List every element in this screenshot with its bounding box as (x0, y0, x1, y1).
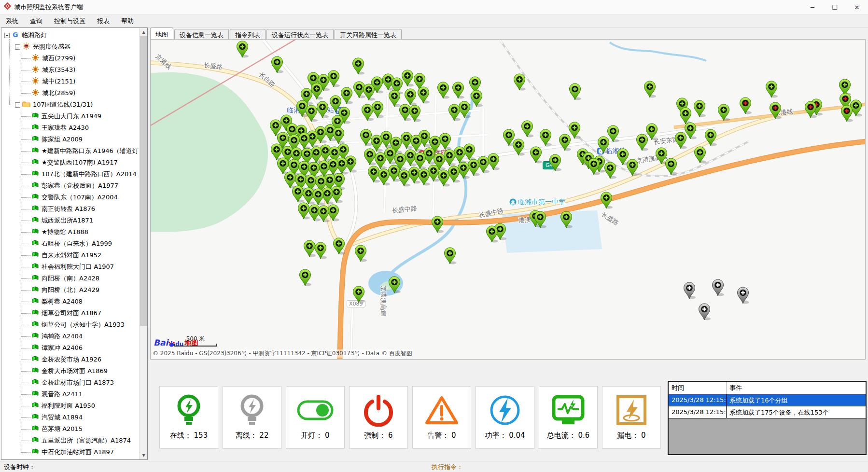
tree-item-device[interactable]: 五尖山大门东 A1949 (1, 111, 147, 122)
expand-collapse-icon[interactable] (15, 102, 20, 108)
tree-item-device[interactable]: 107北（建新中路路口西）A2014 (1, 168, 147, 180)
tree-item-group[interactable]: 107国道沿线(31/31) (1, 99, 147, 111)
tree-item-device[interactable]: 彭家巷（党校后面）A1977 (1, 180, 147, 192)
tree-item-device[interactable]: ★博物馆 A1888 (1, 226, 147, 238)
scroll-down-icon[interactable]: ▼ (140, 451, 148, 459)
tree-item-device[interactable]: 鸿鹤路 A2404 (1, 331, 147, 342)
tree-item-group[interactable]: 光照度传感器 (1, 41, 147, 53)
map-pin-online[interactable] (352, 57, 364, 75)
map-pin-online[interactable] (604, 162, 616, 179)
tree-item-device[interactable]: 王家珑巷 A2430 (1, 122, 147, 134)
map-pin-online[interactable] (314, 242, 327, 259)
map-tab-1[interactable]: 设备信息一览表 (174, 29, 229, 40)
map-pin-online[interactable] (665, 158, 677, 175)
map-pin-online[interactable] (448, 104, 461, 121)
tree-item-device[interactable]: 五里派出所（富源汽配）A1874 (1, 435, 147, 446)
tree-item-device[interactable]: 陈家组 A2009 (1, 134, 147, 145)
tree-item-device[interactable]: ★交警队西(107南) A1917 (1, 157, 147, 168)
map-pin-online[interactable] (704, 129, 717, 146)
scroll-thumb[interactable] (140, 36, 147, 326)
map-pin-online[interactable] (559, 134, 571, 151)
tree-item-device[interactable]: 谭家冲 A2406 (1, 342, 147, 354)
map-pin-online[interactable] (352, 286, 365, 303)
tree-item-device[interactable]: 石咀桥（自来水）A1999 (1, 238, 147, 250)
map-pin-offline[interactable] (712, 279, 724, 296)
map-pin-online[interactable] (513, 73, 526, 91)
map-pin-forced[interactable] (804, 101, 817, 118)
map-pin-online[interactable] (361, 104, 374, 121)
scroll-up-icon[interactable]: ▲ (140, 28, 148, 36)
map-pin-online[interactable] (626, 159, 639, 176)
map-pin-online[interactable] (398, 169, 410, 187)
map-tab-2[interactable]: 指令列表 (230, 29, 266, 40)
map-pin-online[interactable] (470, 90, 483, 107)
tree-item-device[interactable]: 梨树巷 A2408 (1, 296, 147, 307)
menu-item-4[interactable]: 帮助 (115, 15, 140, 28)
map-pin-offline[interactable] (683, 282, 696, 299)
map-pin-online[interactable] (486, 225, 498, 243)
map-pin-online[interactable] (521, 120, 533, 138)
map-pin-online[interactable] (600, 192, 613, 209)
close-button[interactable]: ✕ (846, 0, 868, 14)
tree-item-device[interactable]: 城东(3543) (1, 64, 147, 76)
tree-item-device[interactable]: 城西(2799) (1, 53, 147, 64)
map-pin-online[interactable] (363, 83, 375, 101)
map-pin-online[interactable] (312, 188, 324, 206)
map-canvas[interactable]: 京港线长盛路长白路临湘长途汽车站市政府长安东路Q临湘站京港线京港澳高速港澳高速长… (150, 39, 866, 360)
map-pin-online[interactable] (569, 83, 581, 100)
map-pin-online[interactable] (316, 101, 329, 118)
map-pin-online[interactable] (340, 87, 353, 104)
map-pin-online[interactable] (512, 139, 525, 156)
maximize-button[interactable]: ☐ (824, 0, 846, 14)
map-pin-online[interactable] (530, 146, 542, 164)
tree-item-device[interactable]: 金桥大市场对面 A1869 (1, 365, 147, 377)
map-pin-online[interactable] (271, 56, 283, 73)
map-pin-online[interactable] (388, 276, 401, 293)
tree-item-device[interactable]: 向阳桥（南）A2428 (1, 273, 147, 284)
tree-item-device[interactable]: 烟草公司（求知中学）A1933 (1, 319, 147, 331)
event-row[interactable]: 2025/3/28 12:15:08系统加载了175个设备，在线153个 (669, 406, 866, 418)
map-pin-online[interactable] (636, 134, 648, 151)
map-pin-online[interactable] (452, 82, 464, 99)
map-pin-online[interactable] (694, 146, 706, 164)
tree-scrollbar[interactable]: ▲ ▼ (139, 28, 147, 459)
map-pin-online[interactable] (317, 205, 330, 222)
map-pin-online[interactable] (404, 88, 417, 106)
map-tab-4[interactable]: 开关回路属性一览表 (335, 29, 402, 40)
expand-collapse-icon[interactable] (15, 44, 20, 50)
map-tab-3[interactable]: 设备运行状态一览表 (266, 29, 334, 40)
map-pin-online[interactable] (717, 104, 730, 121)
tree-item-device[interactable]: 城西派出所A1871 (1, 215, 147, 226)
menu-item-3[interactable]: 报表 (91, 15, 115, 28)
event-row[interactable]: 2025/3/28 12:15:08系统加载了16个分组 (669, 394, 866, 406)
tree-item-device[interactable]: 交警队东（107南）A2004 (1, 192, 147, 203)
map-pin-online[interactable] (431, 216, 444, 233)
tree-item-device[interactable]: 观音路 A2411 (1, 389, 147, 400)
map-pin-online[interactable] (408, 105, 421, 122)
map-pin-online[interactable] (644, 81, 656, 98)
map-pin-forced[interactable] (769, 102, 782, 119)
map-pin-online[interactable] (588, 158, 600, 175)
tree-item-device[interactable]: 烟草公司对面 A1867 (1, 307, 147, 319)
tree-item-device[interactable]: 金桥建材市场门口 A1873 (1, 377, 147, 389)
tree-item-device[interactable]: 中石化加油站对面 A1897 (1, 446, 147, 458)
map-pin-online[interactable] (765, 81, 778, 98)
map-pin-online[interactable] (236, 41, 249, 58)
map-pin-online[interactable] (418, 168, 430, 186)
map-pin-online[interactable] (560, 211, 573, 228)
map-pin-online[interactable] (354, 245, 367, 262)
map-pin-forced[interactable] (739, 97, 752, 114)
tree-item-device[interactable]: 南正街转盘 A1876 (1, 203, 147, 215)
map-tab-0[interactable]: 地图 (150, 28, 173, 40)
tree-item-device[interactable]: 金桥农贸市场 A1926 (1, 354, 147, 365)
minimize-button[interactable]: ─ (801, 0, 824, 14)
map-pin-online[interactable] (299, 269, 311, 286)
tree-item-group[interactable]: G临湘路灯 (1, 29, 147, 41)
map-pin-online[interactable] (534, 211, 546, 228)
map-pin-offline[interactable] (698, 303, 711, 320)
tree-item-device[interactable]: 城北(2859) (1, 87, 147, 99)
map-pin-offline[interactable] (737, 287, 749, 304)
map-pin-online[interactable] (674, 132, 687, 149)
map-pin-online[interactable] (417, 86, 430, 104)
map-pin-online[interactable] (549, 154, 561, 171)
